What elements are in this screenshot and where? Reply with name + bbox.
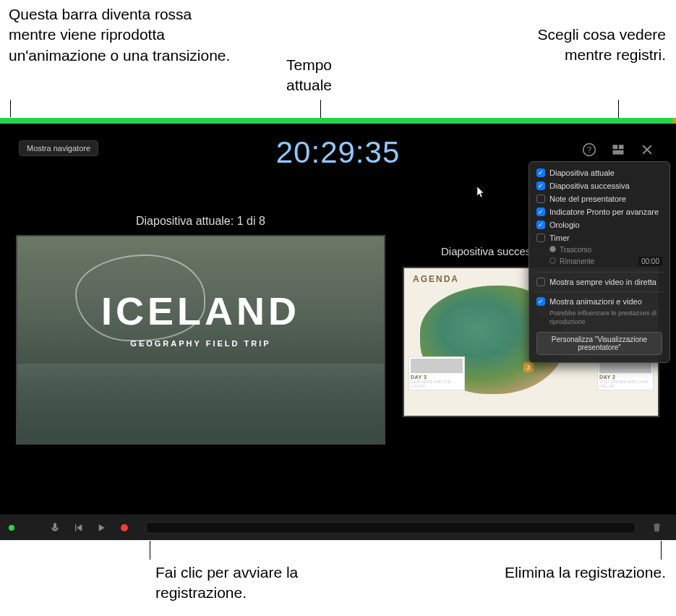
separator bbox=[535, 272, 664, 273]
svg-text:?: ? bbox=[587, 145, 592, 154]
prev-icon[interactable] bbox=[67, 522, 90, 534]
checkbox-icon bbox=[536, 208, 545, 216]
checkbox-icon bbox=[536, 297, 545, 306]
recording-indicator-bar bbox=[0, 118, 676, 124]
view-options-dropdown: Diapositiva attuale Diapositiva successi… bbox=[529, 161, 670, 363]
radio-icon[interactable] bbox=[549, 246, 556, 252]
option-animations[interactable]: Mostra animazioni e video bbox=[529, 295, 669, 308]
option-timer[interactable]: Timer bbox=[529, 231, 669, 244]
record-dot-icon bbox=[121, 524, 128, 531]
checkbox-icon bbox=[536, 168, 545, 177]
callout-delete: Elimina la registrazione. bbox=[435, 562, 666, 583]
callout-line bbox=[150, 541, 150, 560]
cursor-icon bbox=[477, 187, 486, 198]
option-label: Diapositiva successiva bbox=[549, 181, 630, 190]
checkbox-icon bbox=[536, 194, 545, 203]
perf-note: Potrebbe influenzare le prestazioni di r… bbox=[529, 308, 669, 328]
radio-label: Trascorso bbox=[560, 246, 591, 254]
play-icon[interactable] bbox=[90, 522, 113, 534]
option-current-slide[interactable]: Diapositiva attuale bbox=[529, 166, 669, 179]
agenda-title: AGENDA bbox=[413, 274, 459, 284]
radio-label: Rimanente bbox=[560, 257, 594, 265]
option-label: Mostra animazioni e video bbox=[549, 297, 642, 306]
separator bbox=[535, 291, 664, 292]
option-label: Indicatore Pronto per avanzare bbox=[549, 208, 659, 216]
bar-end-marker bbox=[673, 118, 676, 124]
option-ready-indicator[interactable]: Indicatore Pronto per avanzare bbox=[529, 205, 669, 218]
checkbox-icon bbox=[536, 278, 545, 286]
option-label: Mostra sempre video in diretta bbox=[549, 278, 656, 286]
svg-rect-4 bbox=[613, 150, 624, 155]
slide-subtitle-text: GEOGRAPHY FIELD TRIP bbox=[17, 339, 384, 348]
record-button[interactable] bbox=[113, 524, 136, 531]
audio-level-led bbox=[9, 525, 14, 531]
timer-sub-options: Trascorso Rimanente 00:00 bbox=[529, 244, 669, 269]
checkbox-icon bbox=[536, 181, 545, 190]
option-label: Note del presentatore bbox=[549, 194, 626, 203]
day-card: DAY 3 GLACIERS AND ICE CAVES bbox=[408, 356, 465, 390]
option-label: Diapositiva attuale bbox=[549, 168, 615, 177]
timer-value-field[interactable]: 00:00 bbox=[638, 257, 662, 266]
callout-options: Scegli cosa vedere mentre registri. bbox=[500, 25, 666, 66]
clock-time: 20:29:35 bbox=[276, 135, 401, 170]
map-pin: 3 bbox=[523, 362, 534, 372]
layout-options-icon[interactable] bbox=[611, 142, 625, 157]
current-slide-label: Diapositiva attuale: 1 di 8 bbox=[136, 215, 265, 228]
option-live-video[interactable]: Mostra sempre video in diretta bbox=[529, 275, 669, 288]
slide-decor bbox=[17, 364, 384, 443]
option-clock[interactable]: Orologio bbox=[529, 218, 669, 231]
close-icon[interactable] bbox=[640, 142, 654, 157]
callout-line bbox=[661, 541, 662, 560]
option-presenter-notes[interactable]: Note del presentatore bbox=[529, 192, 669, 205]
svg-rect-2 bbox=[613, 145, 618, 149]
slide-title-text: ICELAND bbox=[17, 288, 384, 333]
help-icon[interactable]: ? bbox=[582, 142, 596, 157]
checkbox-icon bbox=[536, 221, 545, 229]
callout-line bbox=[10, 100, 11, 117]
recording-timeline[interactable] bbox=[146, 522, 636, 534]
callout-time: Tempo attuale bbox=[286, 55, 344, 96]
radio-icon[interactable] bbox=[549, 257, 556, 264]
presenter-display: Mostra navigatore 20:29:35 ? Diapositiva… bbox=[0, 124, 676, 540]
recording-toolbar bbox=[0, 514, 676, 540]
show-navigator-button[interactable]: Mostra navigatore bbox=[19, 140, 98, 156]
svg-rect-3 bbox=[619, 145, 624, 149]
callout-record: Fai clic per avviare la registrazione. bbox=[155, 562, 315, 604]
top-icons: ? bbox=[582, 142, 654, 157]
mic-icon[interactable] bbox=[43, 522, 67, 534]
current-slide-preview[interactable]: ICELAND GEOGRAPHY FIELD TRIP bbox=[16, 235, 385, 445]
option-label: Orologio bbox=[549, 221, 580, 229]
checkbox-icon bbox=[536, 234, 545, 242]
callout-bar: Questa barra diventa rossa mentre viene … bbox=[9, 4, 233, 66]
option-next-slide[interactable]: Diapositiva successiva bbox=[529, 179, 669, 192]
customize-presenter-button[interactable]: Personalizza "Visualizzazione presentato… bbox=[536, 332, 662, 355]
option-label: Timer bbox=[549, 234, 570, 242]
delete-recording-button[interactable] bbox=[646, 522, 667, 533]
